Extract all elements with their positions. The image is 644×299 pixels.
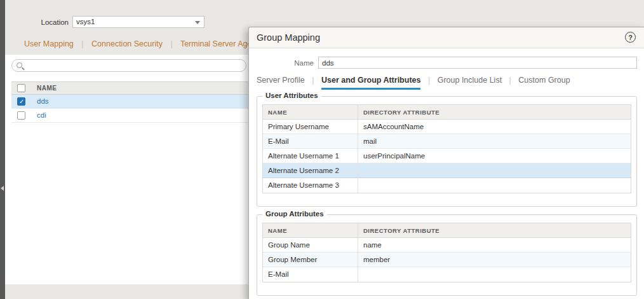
location-label: Location bbox=[23, 18, 69, 26]
attr-row[interactable]: Primary Username sAMAccountName bbox=[263, 120, 631, 134]
attr-row[interactable]: Alternate Username 1 userPrincipalName bbox=[263, 149, 631, 163]
tab-custom-group[interactable]: Custom Group bbox=[518, 76, 570, 88]
search-icon bbox=[17, 62, 22, 68]
chevron-down-icon bbox=[195, 21, 200, 24]
column-header-name: NAME bbox=[263, 105, 358, 120]
attr-table-header: NAME DIRECTORY ATTRIBUTE bbox=[263, 105, 631, 120]
location-dropdown[interactable]: vsys1 bbox=[72, 16, 205, 28]
tab-connection-security[interactable]: Connection Security bbox=[91, 39, 163, 48]
collapse-panel-icon[interactable] bbox=[1, 186, 4, 191]
row-name-link[interactable]: cdi bbox=[37, 111, 46, 119]
attr-name: Alternate Username 3 bbox=[263, 178, 358, 193]
column-header-directory-attribute: DIRECTORY ATTRIBUTE bbox=[358, 223, 631, 238]
dialog-title: Group Mapping bbox=[257, 32, 320, 43]
attr-name: E-Mail bbox=[263, 134, 358, 149]
tab-separator: | bbox=[509, 76, 511, 85]
attr-value[interactable] bbox=[358, 178, 631, 193]
row-name-link[interactable]: dds bbox=[37, 97, 49, 105]
dialog-header: Group Mapping ? bbox=[249, 27, 644, 48]
row-checkbox[interactable] bbox=[17, 97, 25, 106]
dialog-tab-bar: Server Profile | User and Group Attribut… bbox=[257, 76, 570, 90]
column-header-directory-attribute: DIRECTORY ATTRIBUTE bbox=[358, 105, 631, 120]
subtab-bar: User Mapping | Connection Security | Ter… bbox=[24, 39, 262, 48]
search-box bbox=[11, 59, 246, 72]
attr-value[interactable]: name bbox=[358, 238, 631, 253]
attr-table-header: NAME DIRECTORY ATTRIBUTE bbox=[263, 223, 631, 238]
group-attributes-table: NAME DIRECTORY ATTRIBUTE Group Name name… bbox=[262, 223, 631, 282]
tab-separator: | bbox=[81, 39, 83, 48]
left-panel-edge bbox=[0, 0, 5, 299]
attr-row[interactable]: Alternate Username 3 bbox=[263, 178, 631, 193]
attr-name: Group Member bbox=[263, 253, 358, 267]
tab-separator: | bbox=[170, 39, 172, 48]
attr-value[interactable]: sAMAccountName bbox=[358, 120, 631, 134]
attr-row[interactable]: Group Member member bbox=[263, 253, 631, 267]
tab-separator: | bbox=[428, 76, 430, 85]
attr-name: Alternate Username 1 bbox=[263, 149, 358, 163]
user-attributes-table: NAME DIRECTORY ATTRIBUTE Primary Usernam… bbox=[262, 104, 631, 193]
attr-value[interactable]: member bbox=[358, 253, 631, 267]
location-dropdown-value: vsys1 bbox=[76, 18, 95, 25]
column-header-name: NAME bbox=[263, 223, 358, 238]
select-all-checkbox[interactable] bbox=[17, 84, 25, 92]
tab-server-profile[interactable]: Server Profile bbox=[257, 76, 305, 88]
attr-value[interactable] bbox=[358, 267, 631, 282]
attr-name: E-Mail bbox=[263, 267, 358, 282]
attr-row[interactable]: E-Mail mail bbox=[263, 134, 631, 149]
attr-value[interactable]: userPrincipalName bbox=[358, 149, 631, 163]
attr-value[interactable]: mail bbox=[358, 134, 631, 149]
group-attributes-fieldset: Group Attributes NAME DIRECTORY ATTRIBUT… bbox=[257, 214, 637, 296]
tab-user-mapping[interactable]: User Mapping bbox=[24, 39, 74, 48]
attr-name: Group Name bbox=[263, 238, 358, 253]
attr-row[interactable]: E-Mail bbox=[263, 267, 631, 282]
user-attributes-fieldset: User Attributes NAME DIRECTORY ATTRIBUTE… bbox=[257, 96, 637, 207]
search-input[interactable] bbox=[26, 60, 242, 71]
attr-row[interactable]: Group Name name bbox=[263, 238, 631, 253]
attr-name: Primary Username bbox=[263, 120, 358, 134]
help-icon[interactable]: ? bbox=[625, 32, 636, 43]
name-field[interactable] bbox=[318, 57, 637, 69]
tab-user-and-group-attributes[interactable]: User and Group Attributes bbox=[321, 76, 421, 90]
tab-terminal-server-agents[interactable]: Terminal Server Agen bbox=[180, 39, 257, 48]
attr-row[interactable]: Alternate Username 2 bbox=[263, 163, 631, 178]
name-label: Name bbox=[249, 59, 314, 67]
group-attributes-legend: Group Attributes bbox=[262, 210, 327, 218]
user-attributes-legend: User Attributes bbox=[262, 92, 321, 99]
column-header-name: NAME bbox=[37, 85, 57, 92]
group-mapping-dialog: Group Mapping ? Name Server Profile | Us… bbox=[248, 27, 644, 299]
tab-group-include-list[interactable]: Group Include List bbox=[438, 76, 502, 88]
row-checkbox[interactable] bbox=[17, 111, 25, 120]
attr-value[interactable] bbox=[358, 163, 631, 178]
tab-separator: | bbox=[312, 76, 314, 85]
attr-name: Alternate Username 2 bbox=[263, 163, 358, 178]
